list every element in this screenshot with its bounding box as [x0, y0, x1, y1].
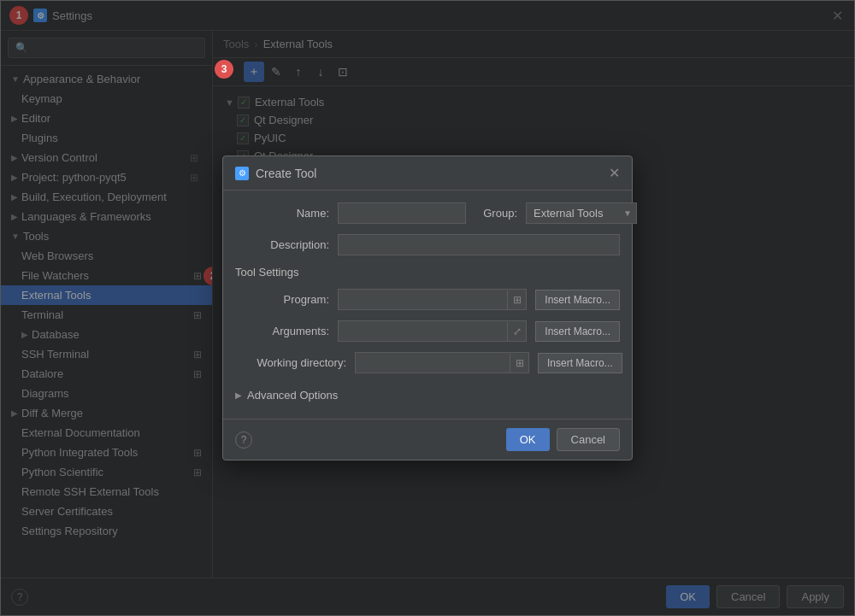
working-dir-input[interactable] — [356, 353, 510, 373]
modal-overlay: ⚙ Create Tool ✕ Name: Group: External To… — [1, 1, 854, 615]
arguments-insert-macro-btn[interactable]: Insert Macro... — [535, 321, 620, 342]
arguments-input[interactable] — [339, 321, 507, 341]
working-dir-label: Working directory: — [235, 356, 346, 369]
settings-window: 1 ⚙ Settings ✕ ▼ Appearance & Behavior K… — [0, 0, 855, 616]
modal-help-button[interactable]: ? — [235, 431, 252, 449]
working-dir-insert-macro-btn[interactable]: Insert Macro... — [538, 353, 622, 373]
name-input[interactable] — [338, 202, 466, 224]
advanced-options-row[interactable]: ▶ Advanced Options — [235, 384, 620, 407]
modal-footer: ? OK Cancel — [223, 419, 632, 460]
form-row-description: Description: — [235, 234, 620, 255]
arguments-expand-icon[interactable]: ⤢ — [507, 322, 526, 341]
modal-title-text: Create Tool — [256, 167, 316, 180]
program-input[interactable] — [339, 290, 507, 309]
modal-icon: ⚙ — [235, 167, 249, 180]
working-dir-browse-icon[interactable]: ⊞ — [510, 354, 528, 373]
modal-title-bar: ⚙ Create Tool ✕ — [223, 156, 632, 191]
description-label: Description: — [235, 238, 329, 251]
modal-body: Name: Group: External Tools ▼ Descriptio… — [223, 191, 632, 419]
advanced-options-arrow: ▶ — [235, 390, 242, 400]
program-input-area: ⊞ — [338, 289, 527, 310]
name-label: Name: — [235, 207, 329, 220]
create-tool-dialog: ⚙ Create Tool ✕ Name: Group: External To… — [222, 155, 633, 461]
program-label: Program: — [235, 293, 329, 306]
form-row-name: Name: Group: External Tools ▼ — [235, 202, 620, 224]
tool-settings-label: Tool Settings — [235, 266, 620, 280]
working-dir-input-area: ⊞ — [355, 352, 529, 373]
form-row-program: Program: ⊞ Insert Macro... — [235, 289, 620, 310]
arguments-label: Arguments: — [235, 325, 329, 337]
arguments-input-area: ⤢ — [338, 320, 527, 342]
group-select[interactable]: External Tools — [526, 202, 637, 224]
advanced-options-label: Advanced Options — [247, 389, 338, 402]
program-insert-macro-btn[interactable]: Insert Macro... — [535, 290, 620, 310]
annotation-badge-3: 3 — [215, 60, 233, 79]
modal-cancel-button[interactable]: Cancel — [557, 428, 620, 451]
modal-ok-button[interactable]: OK — [506, 428, 550, 451]
modal-title: ⚙ Create Tool — [235, 167, 316, 180]
form-row-working-dir: Working directory: ⊞ Insert Macro... — [235, 352, 620, 373]
program-browse-icon[interactable]: ⊞ — [507, 290, 526, 309]
group-label: Group: — [475, 207, 517, 220]
description-input[interactable] — [338, 234, 620, 255]
modal-footer-actions: OK Cancel — [506, 428, 620, 451]
group-select-wrapper: External Tools ▼ — [526, 202, 637, 224]
modal-close-button[interactable]: ✕ — [609, 165, 620, 181]
form-row-arguments: Arguments: ⤢ Insert Macro... — [235, 320, 620, 342]
